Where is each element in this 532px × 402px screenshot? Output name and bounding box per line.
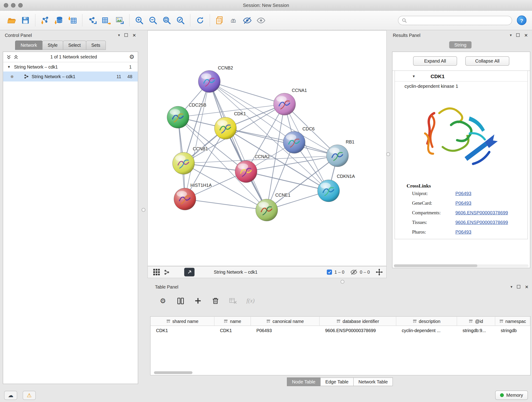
network-node-CDKN1A[interactable] bbox=[317, 180, 340, 202]
pan-crosshair-icon[interactable] bbox=[376, 269, 383, 276]
help-button[interactable]: ? bbox=[517, 16, 526, 25]
panel-maximize-icon[interactable] bbox=[517, 285, 520, 288]
network-row-selected[interactable]: String Network – cdk1 11 48 bbox=[3, 71, 138, 82]
import-table-button[interactable] bbox=[66, 13, 80, 28]
network-graph[interactable]: CCNB2CCNA1CDC25BCDK1CDC6RB1CCNB1CCNA2CDK… bbox=[148, 31, 386, 266]
network-node-CCNB1[interactable] bbox=[172, 153, 195, 174]
panel-float-icon[interactable]: ▾ bbox=[510, 33, 512, 37]
expand-all-chevrons-icon[interactable] bbox=[7, 55, 11, 59]
collapse-all-button[interactable]: Collapse All bbox=[465, 56, 509, 66]
collapse-all-chevrons-icon[interactable] bbox=[14, 55, 18, 59]
network-edge[interactable] bbox=[185, 199, 267, 210]
network-collection-row[interactable]: ▼ String Network – cdk1 1 bbox=[3, 62, 138, 72]
column-header-database-identifier[interactable]: database identifier bbox=[320, 317, 396, 326]
column-header-namespac[interactable]: namespac bbox=[495, 317, 530, 326]
collapse-triangle-icon[interactable]: ▼ bbox=[412, 74, 416, 78]
column-sort-icon[interactable] bbox=[266, 319, 270, 323]
network-node-CCNA1[interactable] bbox=[273, 93, 296, 115]
gene-section-header[interactable]: ▼ CDK1 bbox=[395, 71, 528, 82]
memory-button[interactable]: Memory bbox=[495, 390, 528, 400]
export-image-button[interactable] bbox=[113, 13, 127, 28]
copy-style-button[interactable] bbox=[213, 13, 227, 28]
collapse-triangle-icon[interactable]: ▼ bbox=[7, 65, 11, 69]
network-node-CCNE1[interactable] bbox=[256, 199, 278, 221]
column-sort-icon[interactable] bbox=[499, 319, 503, 323]
column-sort-icon[interactable] bbox=[469, 319, 473, 323]
tab-network[interactable]: Network bbox=[15, 41, 43, 50]
save-session-button[interactable] bbox=[19, 13, 32, 28]
apply-layout-button[interactable] bbox=[193, 13, 207, 28]
column-sort-icon[interactable] bbox=[336, 319, 341, 323]
tab-select[interactable]: Select bbox=[63, 41, 86, 50]
selected-checkbox-icon[interactable] bbox=[327, 269, 332, 275]
network-node-CDC25B[interactable] bbox=[167, 106, 189, 128]
panel-float-icon[interactable]: ▾ bbox=[118, 33, 120, 37]
zoom-fit-button[interactable] bbox=[160, 13, 174, 28]
export-table-button[interactable] bbox=[99, 13, 113, 28]
zoom-in-button[interactable] bbox=[133, 13, 146, 28]
column-sort-icon[interactable] bbox=[413, 319, 417, 323]
crosslink-value-link[interactable]: 9606.ENSP00000378699 bbox=[456, 210, 508, 216]
zoom-out-button[interactable] bbox=[146, 13, 160, 28]
network-node-RB1[interactable] bbox=[326, 145, 348, 167]
tab-network-table[interactable]: Network Table bbox=[353, 377, 393, 386]
tab-sets[interactable]: Sets bbox=[86, 41, 106, 50]
column-sort-icon[interactable] bbox=[166, 319, 170, 323]
table-cell[interactable]: P06493 bbox=[251, 326, 320, 335]
crosslink-value-link[interactable]: P06493 bbox=[456, 191, 472, 196]
crosslink-value-link[interactable]: P06493 bbox=[456, 201, 472, 206]
add-column-button[interactable] bbox=[193, 296, 203, 306]
table-cell[interactable]: 9606.ENSP00000378699 bbox=[320, 326, 396, 335]
show-columns-button[interactable] bbox=[175, 296, 186, 306]
tab-style[interactable]: Style bbox=[42, 41, 63, 50]
string-tab-badge[interactable]: String bbox=[449, 41, 472, 49]
home-view-button[interactable]: ⌂⌂ bbox=[227, 13, 240, 28]
toolbar-search-input[interactable] bbox=[409, 18, 508, 23]
open-session-button[interactable] bbox=[5, 13, 19, 28]
splitter-handle[interactable] bbox=[341, 280, 345, 284]
network-edge[interactable] bbox=[209, 82, 285, 104]
table-cell[interactable]: cyclin-dependent ... bbox=[396, 326, 457, 335]
network-node-CDC6[interactable] bbox=[283, 131, 305, 153]
network-edge[interactable] bbox=[246, 172, 329, 191]
column-header-description[interactable]: description bbox=[396, 317, 457, 326]
import-network-button[interactable] bbox=[38, 13, 52, 28]
table-row[interactable]: CDK1CDK1P064939606.ENSP00000378699cyclin… bbox=[151, 326, 530, 335]
crosslink-value-link[interactable]: P06493 bbox=[456, 230, 472, 235]
table-cell[interactable]: CDK1 bbox=[151, 326, 215, 335]
export-network-button[interactable] bbox=[85, 13, 99, 28]
table-cell[interactable]: stringdb bbox=[495, 326, 530, 335]
import-database-button[interactable] bbox=[52, 13, 66, 28]
cloud-status-button[interactable]: ☁ bbox=[4, 391, 17, 400]
grid-view-button[interactable] bbox=[151, 267, 162, 277]
tab-edge-table[interactable]: Edge Table bbox=[320, 377, 354, 386]
warnings-button[interactable]: ⚠ bbox=[23, 391, 36, 400]
network-node-HIST1H1A[interactable] bbox=[174, 188, 196, 210]
network-node-CDK1[interactable] bbox=[215, 117, 236, 139]
network-edge[interactable] bbox=[185, 82, 209, 199]
panel-float-icon[interactable]: ▾ bbox=[510, 285, 512, 289]
table-cell[interactable]: stringdb:9... bbox=[457, 326, 495, 335]
function-builder-button-disabled[interactable]: f(x) bbox=[245, 296, 256, 306]
column-header-shared-name[interactable]: shared name bbox=[151, 317, 215, 326]
splitter-handle[interactable] bbox=[386, 153, 390, 156]
minimize-window-button[interactable] bbox=[11, 3, 16, 8]
clear-table-button-disabled[interactable] bbox=[228, 296, 238, 306]
network-node-CCNB2[interactable] bbox=[198, 70, 220, 93]
network-node-CCNA2[interactable] bbox=[235, 161, 257, 183]
network-canvas[interactable]: CCNB2CCNA1CDC25BCDK1CDC6RB1CCNB1CCNA2CDK… bbox=[147, 30, 387, 266]
column-header-canonical-name[interactable]: canonical name bbox=[251, 317, 320, 326]
birdseye-view-button[interactable] bbox=[184, 268, 195, 277]
network-overview-button[interactable] bbox=[162, 267, 172, 277]
tab-node-table[interactable]: Node Table bbox=[287, 377, 321, 386]
zoom-selected-button[interactable] bbox=[174, 13, 187, 28]
table-cell[interactable]: CDK1 bbox=[215, 326, 251, 335]
splitter-handle[interactable] bbox=[142, 208, 146, 212]
hide-selected-button[interactable] bbox=[240, 13, 254, 28]
table-horizontal-scrollbar[interactable] bbox=[154, 371, 192, 374]
panel-close-icon[interactable]: ✕ bbox=[133, 32, 136, 38]
panel-maximize-icon[interactable] bbox=[124, 33, 128, 37]
gear-icon[interactable]: ⚙ bbox=[129, 54, 134, 60]
crosslink-value-link[interactable]: 9606.ENSP00000378699 bbox=[456, 220, 508, 225]
column-sort-icon[interactable] bbox=[224, 319, 228, 323]
